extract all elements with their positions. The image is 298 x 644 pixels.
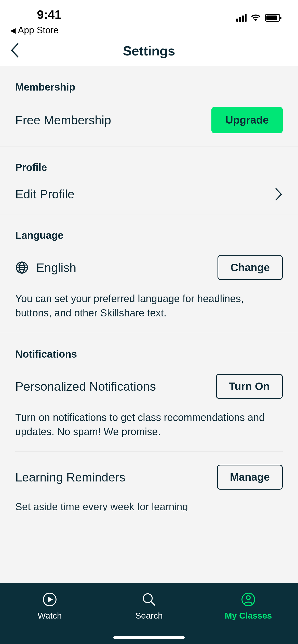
membership-row: Free Membership Upgrade	[15, 107, 283, 133]
status-time: 9:41	[37, 8, 61, 22]
status-bar: 9:41 ◀ App Store	[0, 0, 298, 36]
tab-watch-label: Watch	[37, 611, 62, 621]
section-language: Language English Change You can set your…	[0, 214, 298, 333]
search-icon	[141, 592, 157, 607]
tab-search[interactable]: Search	[100, 592, 198, 621]
learning-reminders-row: Learning Reminders Manage	[15, 465, 283, 490]
section-header-membership: Membership	[15, 81, 283, 93]
tab-search-label: Search	[135, 611, 163, 621]
svg-line-5	[151, 602, 155, 605]
svg-point-4	[143, 594, 152, 603]
tab-watch[interactable]: Watch	[1, 592, 99, 621]
edit-profile-row[interactable]: Edit Profile	[15, 187, 283, 201]
personalized-notifications-row: Personalized Notifications Turn On	[15, 374, 283, 399]
personalized-notifications-label: Personalized Notifications	[15, 379, 156, 393]
svg-point-7	[247, 596, 250, 599]
personalized-notifications-description: Turn on notifications to get class recom…	[15, 410, 283, 439]
wifi-icon	[251, 14, 260, 21]
section-profile: Profile Edit Profile	[0, 147, 298, 214]
language-description: You can set your preferred language for …	[15, 291, 283, 320]
learning-reminders-label: Learning Reminders	[15, 470, 125, 484]
tab-my-classes-label: My Classes	[225, 611, 272, 621]
person-circle-icon	[241, 592, 256, 607]
upgrade-button[interactable]: Upgrade	[211, 107, 283, 133]
bottom-tab-bar: Watch Search My Classes	[0, 583, 298, 644]
chevron-left-icon	[10, 43, 19, 58]
play-circle-icon	[42, 592, 57, 607]
membership-status-label: Free Membership	[15, 113, 111, 127]
change-language-button[interactable]: Change	[218, 255, 283, 280]
tab-my-classes[interactable]: My Classes	[199, 592, 297, 621]
section-notifications: Notifications Personalized Notifications…	[0, 333, 298, 511]
page-header: Settings	[0, 36, 298, 66]
page-title: Settings	[0, 43, 298, 58]
section-header-profile: Profile	[15, 162, 283, 173]
learning-reminders-description: Set aside time every week for learning	[15, 501, 283, 511]
back-triangle-icon: ◀	[10, 26, 16, 35]
cellular-signal-icon	[236, 14, 247, 22]
learning-reminders-group: Learning Reminders Manage Set aside time…	[15, 452, 283, 511]
language-row: English Change	[15, 255, 283, 280]
personalized-notifications-group: Personalized Notifications Turn On Turn …	[15, 374, 283, 452]
manage-reminders-button[interactable]: Manage	[217, 465, 283, 490]
battery-icon	[265, 14, 280, 22]
status-icons	[236, 14, 280, 22]
current-language-label: English	[36, 261, 76, 275]
back-to-app-label: App Store	[18, 25, 59, 36]
back-to-appstore-link[interactable]: ◀ App Store	[10, 25, 59, 36]
edit-profile-label: Edit Profile	[15, 187, 74, 201]
turn-on-notifications-button[interactable]: Turn On	[216, 374, 283, 399]
home-indicator[interactable]	[113, 636, 185, 639]
globe-icon	[15, 261, 29, 274]
section-header-language: Language	[15, 230, 283, 241]
section-membership: Membership Free Membership Upgrade	[0, 66, 298, 147]
section-header-notifications: Notifications	[15, 348, 283, 360]
chevron-right-icon	[275, 188, 283, 201]
back-button[interactable]	[10, 43, 19, 59]
